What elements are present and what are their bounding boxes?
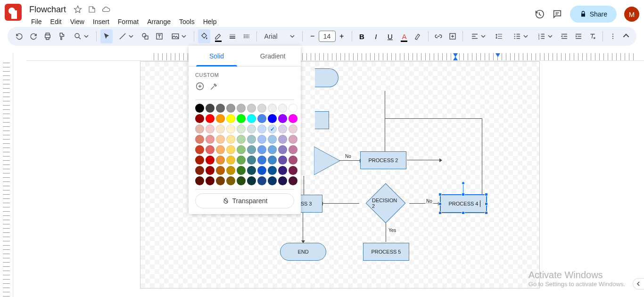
menu-edit[interactable]: Edit: [47, 16, 66, 27]
print-button[interactable]: [41, 29, 54, 43]
textbox-tool[interactable]: [153, 29, 165, 43]
border-dash-button[interactable]: [240, 29, 253, 43]
menu-view[interactable]: View: [66, 16, 88, 27]
undo-button[interactable]: [13, 29, 25, 43]
svg-point-7: [514, 36, 515, 37]
chevron-down-icon: [84, 34, 89, 39]
border-weight-button[interactable]: [226, 29, 239, 43]
insert-comment-button[interactable]: [446, 29, 459, 43]
shape-tool[interactable]: [139, 29, 151, 43]
paint-format-button[interactable]: [56, 29, 68, 43]
zoom-dropdown[interactable]: [70, 29, 92, 43]
svg-point-0: [75, 33, 79, 38]
underline-button[interactable]: U: [384, 29, 396, 43]
menu-file[interactable]: File: [27, 16, 46, 27]
lock-icon: [579, 10, 587, 18]
insert-link-button[interactable]: [432, 29, 445, 43]
bulleted-list-dropdown[interactable]: [509, 29, 532, 43]
line-tool[interactable]: [115, 29, 137, 43]
indent-increase-button[interactable]: [572, 29, 585, 43]
font-size-input[interactable]: [319, 31, 336, 42]
toolbar: Arial − + B I U A 123: [8, 27, 636, 46]
menu-format[interactable]: Format: [114, 16, 142, 27]
redo-button[interactable]: [27, 29, 40, 43]
menu-insert[interactable]: Insert: [89, 16, 113, 27]
star-icon[interactable]: [74, 5, 82, 14]
fill-color-button[interactable]: [198, 29, 210, 43]
bold-button[interactable]: B: [355, 29, 368, 43]
font-dropdown[interactable]: Arial: [261, 29, 298, 43]
avatar[interactable]: M: [624, 7, 639, 22]
comments-icon[interactable]: [552, 9, 562, 19]
toolbar-collapse-button[interactable]: [621, 31, 631, 42]
svg-point-12: [612, 33, 613, 34]
svg-point-1: [142, 33, 146, 37]
more-button[interactable]: [607, 29, 619, 43]
image-tool[interactable]: [167, 29, 190, 43]
move-icon[interactable]: [88, 5, 96, 14]
share-label: Share: [590, 10, 607, 18]
svg-point-6: [514, 33, 515, 34]
app-icon[interactable]: [5, 4, 22, 21]
text-color-button[interactable]: A: [398, 29, 410, 43]
line-spacing-dropdown[interactable]: [491, 29, 507, 43]
menu-arrange[interactable]: Arrange: [143, 16, 174, 27]
share-button[interactable]: Share: [570, 6, 617, 23]
indent-decrease-button[interactable]: [558, 29, 570, 43]
highlight-button[interactable]: [412, 29, 424, 43]
font-name: Arial: [264, 33, 278, 40]
select-tool[interactable]: [100, 29, 113, 43]
svg-point-14: [612, 38, 613, 39]
align-dropdown[interactable]: [467, 29, 489, 43]
svg-point-8: [514, 38, 515, 39]
menu-tools[interactable]: Tools: [175, 16, 198, 27]
menu-help[interactable]: Help: [199, 16, 221, 27]
history-icon[interactable]: [534, 9, 545, 19]
clear-formatting-button[interactable]: [586, 29, 599, 43]
font-size-increase[interactable]: +: [336, 30, 348, 42]
cloud-icon[interactable]: [102, 5, 110, 14]
font-size-decrease[interactable]: −: [306, 30, 319, 42]
svg-text:3: 3: [538, 37, 540, 40]
italic-button[interactable]: I: [370, 29, 382, 43]
doc-title[interactable]: Flowchart: [27, 4, 68, 15]
svg-point-13: [612, 36, 613, 37]
numbered-list-dropdown[interactable]: 123: [534, 29, 556, 43]
svg-rect-4: [172, 34, 179, 39]
border-color-button[interactable]: [212, 29, 224, 43]
